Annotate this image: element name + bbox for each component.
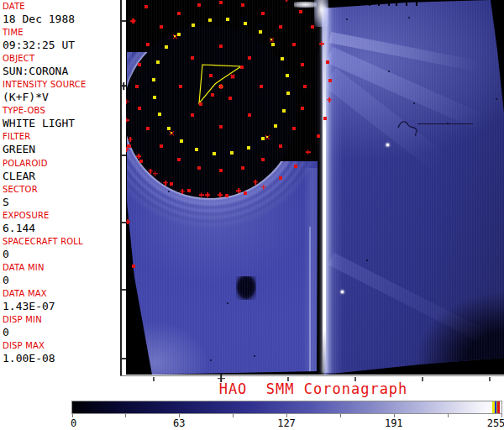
metadata-label: DATA MIN <box>3 263 123 273</box>
fiducial-marker <box>228 97 232 100</box>
image-title: HAO SMM Coronagraph <box>123 380 504 397</box>
fiducial-marker <box>153 171 158 176</box>
metadata-entry: INTENSITY SOURCE(K+F)*V <box>3 80 123 106</box>
metadata-value: (K+F)*V <box>3 90 123 104</box>
fiducial-marker <box>219 125 223 128</box>
cross-bar <box>163 182 168 184</box>
fiducial-marker <box>199 192 204 197</box>
cross-bar <box>126 221 130 223</box>
fiducial-marker <box>286 92 290 95</box>
metadata-label: SECTOR <box>3 185 123 195</box>
fiducial-marker <box>135 85 139 88</box>
fiducial-marker <box>219 169 223 172</box>
fiducial-marker <box>240 66 244 69</box>
metadata-label: DATA MAX <box>3 289 123 299</box>
cross-bar <box>218 194 223 196</box>
fiducial-marker <box>219 45 223 48</box>
fiducial-marker <box>292 43 296 46</box>
fiducial-marker <box>170 182 173 186</box>
cross-bar <box>126 120 129 122</box>
metadata-value: 0 <box>3 247 123 261</box>
metadata-entry: DISP MAX1.00E-08 <box>3 341 123 367</box>
metadata-label: TYPE-OBS <box>3 106 123 116</box>
metadata-label: SPACECRAFT ROLL <box>3 237 123 247</box>
colorbar-tick-label: 0 <box>71 417 76 429</box>
metadata-label: DISP MAX <box>3 341 123 351</box>
cross-bar <box>327 99 332 101</box>
fiducial-marker <box>152 78 155 81</box>
fiducial-marker <box>209 74 213 77</box>
fiducial-marker <box>153 96 156 99</box>
cross-bar <box>153 173 158 175</box>
metadata-value: S <box>3 195 123 209</box>
metadata-value: 1.43E-07 <box>3 299 123 313</box>
fiducial-marker <box>247 146 250 149</box>
fiducial-marker <box>261 158 265 161</box>
fiducial-marker <box>248 56 251 60</box>
fiducial-marker <box>126 118 129 123</box>
fiducial-marker <box>136 154 141 159</box>
fiducial-marker <box>244 191 247 195</box>
metadata-value: 18 Dec 1988 <box>3 12 123 26</box>
fiducial-marker <box>259 30 262 34</box>
fiducial-marker <box>279 25 282 29</box>
fiducial-marker <box>270 39 272 40</box>
fiducial-marker <box>219 1 223 4</box>
fiducial-marker <box>326 60 329 64</box>
fiducial-marker <box>261 12 265 15</box>
fiducial-marker <box>319 41 324 46</box>
metadata-sidebar: DATE18 Dec 1988TIME09:32:25 UTOBJECTSUN:… <box>0 0 123 388</box>
fiducial-marker <box>230 151 234 155</box>
metadata-entry: OBJECTSUN:CORONA <box>3 54 123 80</box>
metadata-entry: DATA MAX1.43E-07 <box>3 289 123 315</box>
fiducial-marker <box>241 3 244 7</box>
fiducial-marker <box>126 99 129 104</box>
cross-bar <box>199 195 204 197</box>
fiducial-marker <box>191 113 194 117</box>
image-canvas <box>126 0 504 375</box>
fiducial-marker <box>299 10 302 13</box>
metadata-value: 09:32:25 UT <box>3 38 123 52</box>
fiducial-marker <box>213 152 216 155</box>
fiducial-marker <box>260 85 263 88</box>
fiducial-marker <box>274 124 277 128</box>
fiducial-marker <box>286 74 289 77</box>
fiducial-marker <box>163 181 168 186</box>
fiducial-marker <box>126 147 129 152</box>
metadata-value: 1.00E-08 <box>3 351 123 365</box>
cross-bar <box>319 43 324 45</box>
fiducial-marker <box>180 139 183 143</box>
cross-bar <box>286 0 287 2</box>
fiducial-marker <box>160 144 163 148</box>
fiducial-marker <box>138 107 141 110</box>
fiducial-marker <box>327 97 332 102</box>
fiducial-marker <box>192 24 195 27</box>
fiducial-marker <box>218 84 223 89</box>
fiducial-marker <box>156 60 160 64</box>
cross-bar <box>128 139 133 140</box>
fiducial-marker <box>138 63 141 66</box>
metadata-entry: TIME09:32:25 UT <box>3 28 123 54</box>
metadata-value: WHITE LIGHT <box>3 116 123 130</box>
metadata-entry: POLAROIDCLEAR <box>3 159 123 185</box>
cross-bar <box>126 149 129 150</box>
metadata-entry: SECTORS <box>3 185 123 211</box>
fiducial-marker <box>261 185 266 190</box>
fiducial-marker <box>328 79 332 82</box>
fiducial-marker <box>292 127 296 130</box>
fiducial-marker <box>301 107 304 110</box>
fiducial-marker <box>226 18 229 21</box>
fiducial-marker <box>236 188 241 193</box>
cross-bar <box>218 86 223 87</box>
cross-bar <box>148 170 153 172</box>
fiducial-marker <box>146 127 150 130</box>
cross-bar <box>253 181 258 183</box>
fiducial-marker <box>205 192 210 197</box>
metadata-entry: SPACECRAFT ROLL0 <box>3 237 123 263</box>
fiducial-marker <box>225 194 228 197</box>
fiducial-marker <box>191 56 194 60</box>
fiducial-marker <box>160 25 163 29</box>
fiducial-marker <box>244 22 247 25</box>
cross-bar <box>306 151 311 153</box>
fiducial-marker <box>317 134 320 138</box>
